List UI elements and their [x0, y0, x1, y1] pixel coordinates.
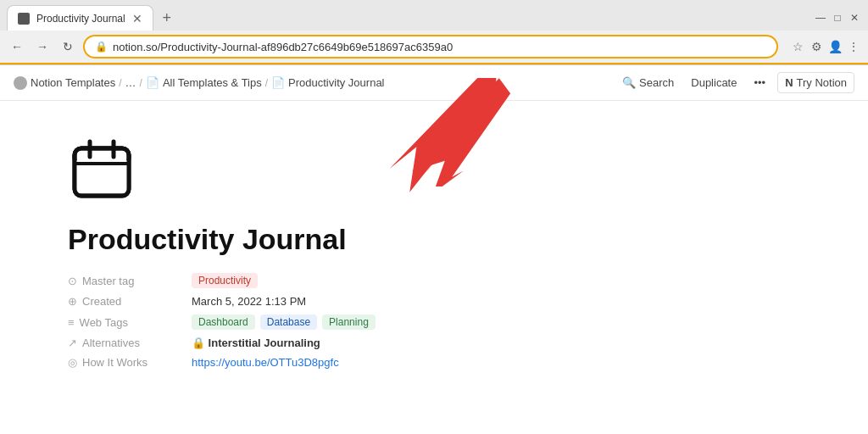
breadcrumb-all-templates[interactable]: 📄 All Templates & Tips	[146, 76, 262, 89]
search-button[interactable]: 🔍 Search	[617, 73, 679, 92]
main-content: Productivity Journal ⊙ Master tag Produc…	[0, 101, 868, 403]
duplicate-label: Duplicate	[691, 76, 737, 89]
page-icon-container	[68, 135, 800, 206]
page-icon-small-1: 📄	[146, 76, 159, 89]
master-tag-icon: ⊙	[68, 275, 77, 287]
breadcrumb: Notion Templates / … / 📄 All Templates &…	[14, 76, 614, 90]
breadcrumb-ellipsis[interactable]: …	[125, 76, 136, 89]
active-tab[interactable]: Productivity Journal ✕	[7, 5, 153, 31]
prop-row-master-tag: ⊙ Master tag Productivity	[68, 273, 800, 288]
tab-bar: Productivity Journal ✕ + — □ ✕	[0, 0, 868, 31]
prop-row-web-tags: ≡ Web Tags Dashboard Database Planning	[68, 314, 800, 330]
profile-icon[interactable]: 👤	[827, 39, 843, 54]
how-it-works-url[interactable]: https://youtu.be/OTTu3D8pgfc	[192, 356, 339, 369]
close-button[interactable]: ✕	[848, 11, 861, 25]
address-bar-row: ← → ↻ 🔒 notion.so/Productivity-Journal-a…	[0, 31, 868, 64]
new-tab-button[interactable]: +	[157, 8, 177, 28]
try-notion-label: Try Notion	[797, 76, 847, 89]
bookmark-icon[interactable]: ☆	[790, 39, 805, 54]
created-icon: ⊕	[68, 295, 77, 308]
forward-button[interactable]: →	[32, 36, 53, 57]
maximize-button[interactable]: □	[831, 11, 844, 25]
prop-value-web-tags[interactable]: Dashboard Database Planning	[192, 314, 376, 330]
back-button[interactable]: ←	[7, 36, 27, 57]
page-title: Productivity Journal	[68, 223, 800, 256]
prop-label-created: ⊕ Created	[68, 295, 178, 308]
toolbar-icons: ☆ ⚙ 👤 ⋮	[790, 39, 861, 54]
created-date: March 5, 2022 1:13 PM	[192, 295, 306, 308]
breadcrumb-label-2: All Templates & Tips	[163, 76, 262, 89]
address-bar[interactable]: 🔒 notion.so/Productivity-Journal-af896db…	[83, 35, 778, 58]
search-label: Search	[639, 76, 674, 89]
calendar-icon	[68, 135, 136, 203]
tag-database[interactable]: Database	[260, 314, 317, 330]
web-tags-icon: ≡	[68, 316, 75, 329]
notion-navbar: Notion Templates / … / 📄 All Templates &…	[0, 65, 868, 101]
prop-label-web-tags: ≡ Web Tags	[68, 316, 178, 329]
breadcrumb-notion-templates[interactable]: Notion Templates	[14, 76, 115, 90]
tab-close-button[interactable]: ✕	[132, 12, 142, 25]
browser-chrome: Productivity Journal ✕ + — □ ✕ ← → ↻ 🔒 n…	[0, 0, 868, 65]
tab-title: Productivity Journal	[36, 13, 125, 25]
prop-row-how-it-works: ◎ How It Works https://youtu.be/OTTu3D8p…	[68, 356, 800, 369]
breadcrumb-sep-3: /	[265, 77, 268, 89]
breadcrumb-label-3: Productivity Journal	[288, 76, 384, 89]
url-display: notion.so/Productivity-Journal-af896db27…	[113, 41, 766, 53]
try-notion-button[interactable]: N Try Notion	[777, 72, 854, 93]
prop-label-master-tag: ⊙ Master tag	[68, 275, 178, 287]
more-label: •••	[754, 76, 765, 89]
refresh-button[interactable]: ↻	[58, 36, 78, 57]
tag-planning[interactable]: Planning	[322, 314, 376, 330]
prop-label-alternatives: ↗ Alternatives	[68, 337, 178, 349]
tag-dashboard[interactable]: Dashboard	[192, 314, 255, 330]
how-it-works-icon: ◎	[68, 356, 77, 369]
window-controls: — □ ✕	[814, 11, 861, 25]
alternatives-icon: ↗	[68, 337, 77, 349]
search-icon: 🔍	[622, 76, 636, 89]
more-button[interactable]: •••	[748, 73, 771, 92]
menu-icon[interactable]: ⋮	[846, 39, 861, 54]
breadcrumb-label-0: Notion Templates	[31, 76, 115, 89]
extensions-icon[interactable]: ⚙	[809, 39, 824, 54]
prop-value-how-it-works[interactable]: https://youtu.be/OTTu3D8pgfc	[192, 356, 339, 369]
prop-value-master-tag[interactable]: Productivity	[192, 273, 258, 288]
breadcrumb-label-1: …	[125, 76, 136, 89]
tab-favicon	[18, 13, 30, 25]
breadcrumb-productivity-journal[interactable]: 📄 Productivity Journal	[271, 76, 384, 89]
breadcrumb-sep-2: /	[140, 77, 142, 89]
alternatives-link[interactable]: 🔒 Interstitial Journaling	[192, 337, 320, 349]
tag-productivity[interactable]: Productivity	[192, 273, 258, 288]
user-avatar	[14, 76, 27, 90]
notion-logo-icon: N	[785, 76, 793, 89]
breadcrumb-sep-1: /	[119, 77, 121, 89]
minimize-button[interactable]: —	[814, 11, 827, 25]
prop-row-created: ⊕ Created March 5, 2022 1:13 PM	[68, 295, 800, 308]
properties-section: ⊙ Master tag Productivity ⊕ Created Marc…	[68, 273, 800, 369]
prop-value-created: March 5, 2022 1:13 PM	[192, 295, 306, 308]
prop-value-alternatives[interactable]: 🔒 Interstitial Journaling	[192, 337, 320, 349]
prop-row-alternatives: ↗ Alternatives 🔒 Interstitial Journaling	[68, 337, 800, 349]
duplicate-button[interactable]: Duplicate	[686, 73, 742, 92]
page-icon-small-2: 📄	[271, 76, 285, 89]
notion-actions: 🔍 Search Duplicate ••• N Try Notion	[617, 72, 854, 93]
prop-label-how-it-works: ◎ How It Works	[68, 356, 178, 369]
